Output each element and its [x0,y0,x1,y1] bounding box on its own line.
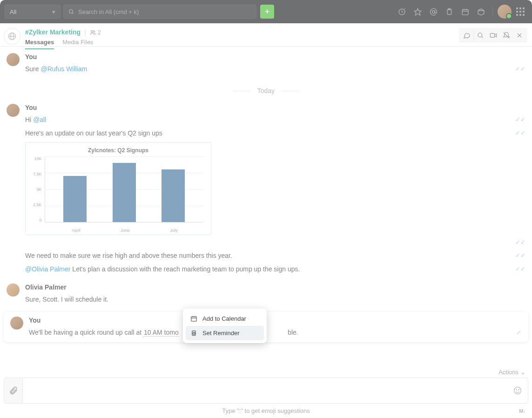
message-text: We need to make sure we rise high and ab… [25,251,510,261]
separator: | [84,28,86,36]
attach-button[interactable] [4,378,23,403]
read-receipt-icon: ✓✓ [515,115,525,124]
svg-line-18 [481,36,483,38]
people-count[interactable]: 2 [90,29,101,36]
search-input[interactable]: Search in All (cmd + k) [63,5,256,19]
composer-hint: Type ":" to get emoji suggestions [222,407,310,414]
svg-marker-3 [414,8,421,15]
mention[interactable]: @all [33,116,46,123]
scope-dropdown[interactable]: All ▾ [5,5,61,19]
box-icon[interactable] [474,5,488,19]
svg-rect-19 [490,34,494,37]
chart-plot [45,156,203,222]
chart-attachment[interactable]: Zylcnotes: Q2 Signups 10K 7.5K 5K 2.5K 0 [25,142,211,235]
clipboard-icon[interactable] [442,5,456,19]
sent-receipt-icon: ✓ [516,328,522,337]
calendar-icon [190,315,198,322]
y-axis: 10K 7.5K 5K 2.5K 0 [33,156,45,222]
bottom-bar: Actions ⌄ Type ":" to get emoji suggesti… [0,367,532,418]
search-channel-icon[interactable] [474,29,487,41]
close-icon[interactable] [513,29,526,41]
message-text: Here's an update on our last year's Q2 s… [25,128,510,138]
mention[interactable]: @Olivia Palmer [25,265,70,273]
chevron-down-icon: ⌄ [520,369,525,376]
avatar[interactable] [7,53,20,66]
sender-name: You [25,104,525,111]
plus-icon: + [265,7,270,17]
message-text: @Olivia Palmer Let's plan a discussion w… [25,264,510,274]
message-text: Sure @Rufus William [25,64,510,74]
actions-toggle[interactable]: Actions ⌄ [498,369,525,376]
chevron-down-icon: ▾ [52,8,55,15]
scope-label: All [10,8,16,15]
svg-rect-24 [191,317,196,321]
message-item: Olivia Palmer Sure, Scott. I will schedu… [0,281,532,311]
svg-line-1 [72,13,74,14]
svg-point-16 [93,31,94,32]
chart-bar [63,176,87,222]
user-avatar[interactable] [498,5,512,19]
svg-line-31 [194,333,195,334]
reminder-icon [190,330,198,337]
avatar[interactable] [7,283,20,297]
sender-name: You [29,317,522,324]
x-axis: April June July [46,228,203,233]
chart-bar [113,163,136,222]
mute-icon[interactable] [500,29,513,41]
menu-add-to-calendar[interactable]: Add to Calendar [186,311,264,326]
message-text: Sure, Scott. I will schedule it. [25,295,525,304]
chat-icon[interactable] [460,29,473,41]
svg-point-33 [516,390,517,390]
video-icon[interactable] [487,29,500,41]
avatar[interactable] [7,104,20,117]
read-receipt-icon: ✓✓ [515,64,525,74]
message-text: Hi @all [25,115,510,125]
day-label: Today [257,87,275,94]
sender-name: Olivia Palmer [25,283,525,291]
day-divider: Today [0,81,532,101]
emoji-button[interactable] [507,378,528,403]
menu-set-reminder[interactable]: Set Reminder [186,326,264,340]
globe-icon[interactable] [4,28,20,45]
recent-icon[interactable] [395,5,409,19]
menu-label: Add to Calendar [202,315,246,322]
star-icon[interactable] [411,5,424,19]
svg-point-34 [519,390,519,390]
read-receipt-icon: ✓✓ [515,251,525,260]
search-placeholder: Search in All (cmd + k) [78,8,139,15]
chart-title: Zylcnotes: Q2 Signups [33,147,203,154]
svg-point-0 [69,9,73,13]
chart-bar [162,169,185,222]
message-input[interactable] [23,378,507,403]
avatar[interactable] [10,317,23,330]
apps-grid-icon[interactable] [513,5,527,19]
svg-rect-7 [462,9,468,14]
message-item: You Hi @all ✓✓ Here's an update on our l… [0,101,532,281]
time-reference[interactable]: 10 AM tomo [143,329,179,337]
sender-name: You [25,53,525,61]
header-actions [459,28,527,43]
mention-icon[interactable] [426,5,440,19]
svg-point-32 [514,387,521,394]
svg-point-15 [91,30,93,32]
message-composer [4,378,528,404]
channel-header: #Zylker Marketing | 2 Messages Media Fil… [0,23,532,47]
read-receipt-icon: ✓✓ [515,238,525,247]
svg-marker-20 [495,34,497,37]
menu-label: Set Reminder [202,330,239,337]
context-menu: Add to Calendar Set Reminder [183,309,267,343]
read-receipt-icon: ✓✓ [515,264,525,274]
search-icon [68,9,74,15]
svg-point-4 [432,10,435,13]
message-text: We'll be having a quick round up call at… [29,328,511,337]
mention[interactable]: @Rufus William [40,65,87,73]
channel-name[interactable]: #Zylker Marketing [25,28,81,36]
svg-point-17 [478,33,482,37]
add-button[interactable]: + [260,5,274,19]
message-item: You Sure @Rufus William ✓✓ [0,50,532,81]
top-bar: All ▾ Search in All (cmd + k) + [0,0,532,23]
markdown-toggle[interactable]: M↓ [519,408,525,414]
read-receipt-icon: ✓✓ [515,128,525,138]
calendar-icon[interactable] [458,5,472,19]
